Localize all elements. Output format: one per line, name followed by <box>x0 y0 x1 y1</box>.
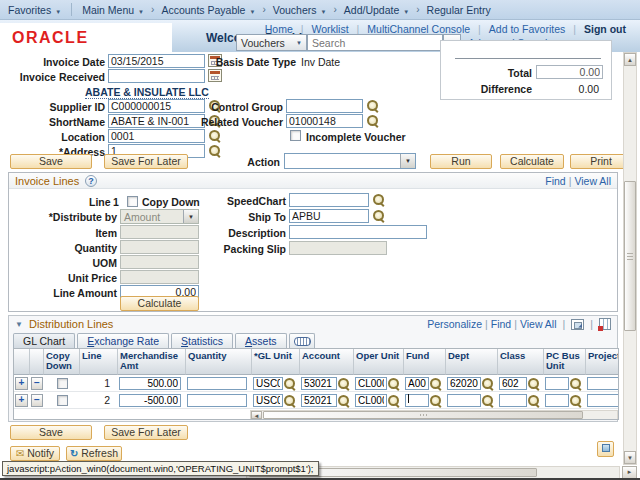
account-input[interactable] <box>301 394 337 407</box>
main-menu[interactable]: Main Menu▼ <box>82 4 144 16</box>
footer-save-button[interactable]: Save <box>10 425 92 440</box>
scroll-left-arrow-icon[interactable]: ◄ <box>251 411 262 419</box>
description-input[interactable] <box>289 225 427 239</box>
show-all-columns-tab[interactable] <box>289 333 315 348</box>
tab-assets[interactable]: Assets <box>235 333 287 348</box>
run-button[interactable]: Run <box>430 154 492 169</box>
gl_unit-lookup-icon[interactable] <box>283 377 296 390</box>
collapse-section-icon[interactable]: ▼ <box>15 320 23 329</box>
refresh-button[interactable]: ↻ Refresh <box>66 446 122 461</box>
row-copy-down-checkbox[interactable] <box>57 378 68 389</box>
download-to-excel-icon[interactable] <box>599 318 611 330</box>
gl_unit-input[interactable] <box>253 377 283 390</box>
speedchart-lookup-icon[interactable] <box>372 193 385 206</box>
notify-button[interactable]: ✉ Notify <box>10 446 60 461</box>
breadcrumb-item[interactable]: Accounts Payable▼ <box>161 4 255 16</box>
find-link[interactable]: Find <box>545 175 565 187</box>
invoice-date-input[interactable] <box>108 54 205 68</box>
control-group-input[interactable] <box>286 99 363 113</box>
dept-input[interactable] <box>447 394 481 407</box>
shortname-input[interactable] <box>108 114 205 128</box>
account-input[interactable] <box>301 377 337 390</box>
oper_unit-lookup-icon[interactable] <box>387 377 400 390</box>
action-select[interactable]: ▼ <box>284 153 416 169</box>
search-scope-select[interactable]: Vouchers▼ <box>236 34 307 51</box>
dept-lookup-icon[interactable] <box>481 394 494 407</box>
gl_unit-input[interactable] <box>253 394 283 407</box>
save-button[interactable]: Save <box>10 154 92 169</box>
project-input[interactable] <box>587 394 619 407</box>
related-voucher-input[interactable] <box>286 114 363 128</box>
pc_bus_unit-lookup-icon[interactable] <box>569 394 582 407</box>
gl_unit-lookup-icon[interactable] <box>283 394 296 407</box>
ship-to-input[interactable] <box>289 209 369 223</box>
add-row-button[interactable]: + <box>15 394 28 407</box>
favorites-menu[interactable]: Favorites▼ <box>8 4 61 16</box>
breadcrumb-item[interactable]: Regular Entry <box>427 4 491 16</box>
grid-find-link[interactable]: Find <box>491 318 511 330</box>
delete-row-button[interactable]: − <box>31 394 43 407</box>
header-link-sign-out[interactable]: Sign out <box>576 23 634 35</box>
calculate-button[interactable]: Calculate <box>500 154 564 169</box>
class-input[interactable] <box>499 394 527 407</box>
speedchart-input[interactable] <box>289 193 369 207</box>
tab-gl-chart[interactable]: GL Chart <box>13 333 75 348</box>
scroll-up-arrow-icon[interactable]: ▲ <box>624 53 636 66</box>
oper_unit-lookup-icon[interactable] <box>387 394 400 407</box>
class-lookup-icon[interactable] <box>527 377 540 390</box>
grid-horizontal-scrollbar[interactable]: ◄ <box>250 410 618 420</box>
view-all-link[interactable]: View All <box>574 175 611 187</box>
class-lookup-icon[interactable] <box>527 394 540 407</box>
top-of-page-button[interactable] <box>597 441 614 457</box>
supplier-name-link[interactable]: ABATE & INSULATE LLC <box>85 86 209 99</box>
location-lookup-icon[interactable] <box>208 129 221 142</box>
location-input[interactable] <box>108 129 205 143</box>
invoice-received-input[interactable] <box>108 69 205 83</box>
supplier-id-input[interactable] <box>108 99 205 113</box>
vertical-scrollbar[interactable]: ▲ ▼ <box>623 52 637 465</box>
search-input[interactable] <box>307 34 443 51</box>
quantity-input[interactable] <box>187 394 247 407</box>
fund-lookup-icon[interactable] <box>429 394 442 407</box>
header-link-add-to-favorites[interactable]: Add to Favorites <box>481 23 573 35</box>
save-for-later-button[interactable]: Save For Later <box>104 154 188 169</box>
dept-lookup-icon[interactable] <box>481 377 494 390</box>
breadcrumb-item[interactable]: Vouchers▼ <box>273 4 327 16</box>
pc_bus_unit-input[interactable] <box>545 394 569 407</box>
calendar-icon[interactable] <box>208 69 222 82</box>
oper_unit-input[interactable] <box>355 377 387 390</box>
grid-view-all-link[interactable]: View All <box>520 318 557 330</box>
copy-down-checkbox[interactable] <box>127 196 138 207</box>
vertical-scrollbar-thumb[interactable] <box>624 181 636 331</box>
pc_bus_unit-input[interactable] <box>545 377 569 390</box>
delete-row-button[interactable]: − <box>31 377 43 390</box>
line-calculate-button[interactable]: Calculate <box>120 296 199 311</box>
merchandise_amt-input[interactable] <box>119 394 181 407</box>
account-lookup-icon[interactable] <box>337 377 350 390</box>
incomplete-voucher-checkbox[interactable] <box>290 130 301 141</box>
pc_bus_unit-lookup-icon[interactable] <box>569 377 582 390</box>
dept-input[interactable] <box>447 377 481 390</box>
related-voucher-lookup-icon[interactable] <box>366 114 379 127</box>
footer-save-for-later-button[interactable]: Save For Later <box>104 425 188 440</box>
fund-lookup-icon[interactable] <box>429 377 442 390</box>
control-group-lookup-icon[interactable] <box>366 99 379 112</box>
zoom-grid-icon[interactable] <box>571 319 584 330</box>
scroll-down-arrow-icon[interactable]: ▼ <box>624 451 636 464</box>
class-input[interactable] <box>499 377 527 390</box>
grid-scrollbar-thumb[interactable] <box>263 411 583 419</box>
add-row-button[interactable]: + <box>15 377 28 390</box>
merchandise_amt-input[interactable] <box>119 377 181 390</box>
help-icon[interactable]: ? <box>85 175 97 187</box>
project-input[interactable] <box>587 377 619 390</box>
quantity-input[interactable] <box>187 377 247 390</box>
row-copy-down-checkbox[interactable] <box>57 395 68 406</box>
total-input[interactable] <box>536 65 603 79</box>
oper_unit-input[interactable] <box>355 394 387 407</box>
fund-input[interactable] <box>405 377 429 390</box>
grid-personalize-link[interactable]: Personalize <box>427 318 482 330</box>
ship-to-lookup-icon[interactable] <box>372 209 385 222</box>
tab-exchange-rate[interactable]: Exchange Rate <box>77 333 169 348</box>
tab-statistics[interactable]: Statistics <box>171 333 233 348</box>
account-lookup-icon[interactable] <box>337 394 350 407</box>
